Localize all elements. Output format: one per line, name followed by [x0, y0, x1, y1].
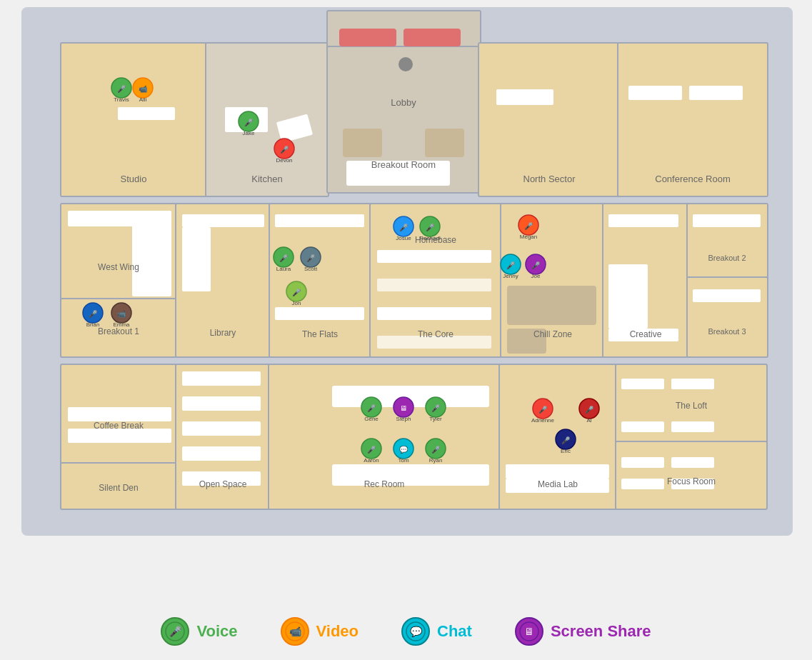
- svg-text:Media Lab: Media Lab: [538, 479, 578, 489]
- svg-rect-37: [182, 214, 264, 227]
- svg-rect-57: [182, 446, 261, 461]
- svg-text:📹: 📹: [289, 626, 301, 638]
- svg-text:🖥: 🖥: [400, 404, 407, 412]
- svg-rect-53: [68, 407, 171, 421]
- svg-text:🎤: 🎤: [561, 436, 571, 445]
- svg-text:🎤: 🎤: [306, 254, 316, 263]
- svg-rect-47: [608, 214, 678, 227]
- video-icon: 📹: [281, 617, 309, 646]
- svg-text:The Flats: The Flats: [302, 329, 338, 339]
- legend-voice: 🎤 Voice: [161, 617, 237, 646]
- svg-text:Tyler: Tyler: [429, 416, 442, 422]
- svg-rect-45: [507, 286, 596, 325]
- voice-label: Voice: [196, 622, 237, 641]
- svg-text:Open Space: Open Space: [199, 479, 247, 489]
- svg-rect-56: [182, 421, 261, 436]
- svg-text:The Core: The Core: [418, 329, 453, 339]
- svg-text:🎤: 🎤: [431, 404, 441, 413]
- svg-text:🎤: 🎤: [280, 145, 289, 154]
- svg-text:Chill Zone: Chill Zone: [533, 329, 572, 339]
- svg-text:Adrienne: Adrienne: [531, 417, 555, 424]
- svg-rect-39: [275, 214, 364, 227]
- svg-text:🎤: 🎤: [431, 445, 441, 454]
- svg-text:Megan: Megan: [520, 234, 537, 240]
- svg-text:Gene: Gene: [364, 416, 379, 422]
- svg-text:🎤: 🎤: [506, 261, 516, 270]
- svg-text:Creative: Creative: [630, 329, 662, 339]
- svg-text:Kitchen: Kitchen: [251, 174, 282, 184]
- svg-text:🎤: 🎤: [244, 118, 254, 127]
- svg-text:North Sector: North Sector: [523, 174, 576, 184]
- svg-text:Focus Room: Focus Room: [667, 476, 716, 486]
- svg-rect-32: [496, 89, 553, 105]
- svg-text:Joe: Joe: [531, 273, 541, 279]
- svg-text:West Wing: West Wing: [98, 262, 139, 272]
- svg-rect-42: [377, 279, 491, 291]
- svg-text:Jon: Jon: [292, 300, 301, 306]
- svg-rect-61: [506, 464, 609, 479]
- svg-text:🖥: 🖥: [524, 626, 534, 637]
- legend: 🎤 Voice 📹 Video 💬 Chat 🖥: [0, 617, 812, 646]
- svg-text:Al: Al: [586, 417, 591, 424]
- svg-text:Breakout Room: Breakout Room: [371, 159, 436, 170]
- svg-rect-54: [182, 371, 261, 386]
- svg-text:Breakout 1: Breakout 1: [98, 326, 139, 336]
- voice-icon: 🎤: [161, 617, 189, 646]
- svg-rect-34: [689, 86, 743, 100]
- svg-rect-36: [132, 225, 171, 296]
- svg-text:🎤: 🎤: [292, 288, 301, 297]
- svg-rect-40: [275, 307, 364, 320]
- svg-text:Laura: Laura: [276, 266, 291, 272]
- svg-text:Jake: Jake: [243, 130, 255, 136]
- svg-text:🎤: 🎤: [426, 223, 435, 232]
- svg-text:Coffee Break: Coffee Break: [94, 421, 144, 431]
- svg-text:Rec Room: Rec Room: [364, 479, 405, 489]
- svg-text:Alli: Alli: [139, 96, 147, 103]
- svg-text:Josue: Josue: [396, 235, 411, 241]
- svg-rect-48: [608, 264, 648, 329]
- svg-text:📹: 📹: [139, 84, 148, 94]
- svg-text:Lobby: Lobby: [391, 97, 416, 108]
- svg-text:Travis: Travis: [114, 96, 129, 103]
- svg-rect-38: [182, 227, 211, 291]
- office-map: Studio Kitchen Breakout Room North Secto…: [21, 7, 793, 536]
- svg-rect-43: [377, 307, 491, 320]
- svg-text:🎤: 🎤: [524, 221, 533, 231]
- svg-text:🎤: 🎤: [169, 626, 182, 638]
- svg-text:🎤: 🎤: [89, 309, 98, 319]
- svg-point-28: [399, 57, 413, 71]
- svg-text:🎤: 🎤: [585, 405, 594, 414]
- svg-rect-50: [693, 214, 761, 227]
- svg-rect-69: [621, 479, 664, 489]
- svg-text:Emma: Emma: [113, 321, 130, 328]
- svg-text:Library: Library: [210, 328, 236, 338]
- svg-text:💬: 💬: [399, 445, 408, 454]
- svg-text:Breakout 3: Breakout 3: [708, 327, 746, 336]
- svg-rect-64: [671, 379, 714, 389]
- svg-rect-52: [68, 429, 171, 443]
- svg-rect-35: [68, 211, 171, 226]
- legend-chat: 💬 Chat: [401, 617, 472, 646]
- svg-text:📹: 📹: [117, 309, 126, 319]
- svg-text:Devon: Devon: [276, 157, 292, 164]
- svg-text:🎤: 🎤: [399, 223, 408, 232]
- svg-text:Conference Room: Conference Room: [655, 174, 731, 184]
- screen-share-label: Screen Share: [551, 622, 651, 641]
- screen-share-icon: 🖥: [515, 617, 543, 646]
- svg-text:Eric: Eric: [561, 448, 571, 454]
- svg-rect-66: [671, 421, 714, 432]
- svg-rect-29: [343, 129, 382, 157]
- svg-text:Ryan: Ryan: [429, 457, 443, 464]
- svg-rect-22: [616, 441, 767, 509]
- legend-screen-share: 🖥 Screen Share: [515, 617, 651, 646]
- svg-text:Aaron: Aaron: [364, 457, 379, 464]
- svg-rect-15: [687, 277, 768, 357]
- svg-text:🎤: 🎤: [367, 404, 376, 413]
- svg-rect-26: [339, 29, 396, 46]
- svg-text:Breakout 2: Breakout 2: [708, 254, 746, 262]
- svg-text:The Loft: The Loft: [676, 401, 708, 411]
- svg-text:🎤: 🎤: [538, 405, 548, 414]
- svg-rect-63: [621, 379, 664, 389]
- svg-text:Steph: Steph: [396, 416, 411, 422]
- svg-text:🎤: 🎤: [367, 445, 376, 454]
